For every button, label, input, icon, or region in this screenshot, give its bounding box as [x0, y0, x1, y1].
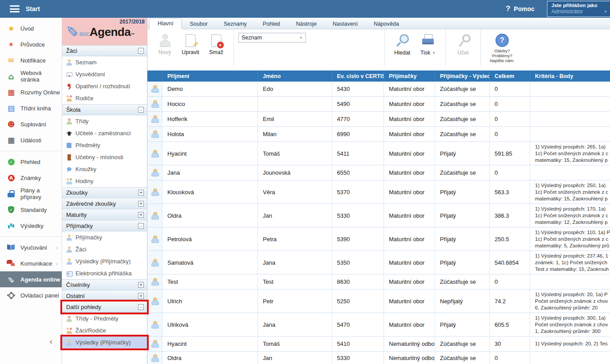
sidebar-item[interactable]: Vyučování ›	[0, 239, 62, 255]
tree-row[interactable]: Další pohledy -	[62, 301, 147, 313]
table-row[interactable]: Oldra Jan 5330 Nematuritný odbor Zúčastň…	[147, 352, 610, 364]
delete-button[interactable]: Smaž	[203, 32, 229, 55]
sidebar-collapse-button[interactable]: ‹	[50, 337, 52, 346]
table-row[interactable]: Samatová Jana 5350 Maturitní obor Přijat…	[147, 251, 610, 274]
column-header[interactable]: Přijímačky	[384, 70, 435, 82]
expand-collapse-box[interactable]: -	[138, 107, 144, 113]
tree-row[interactable]: Hodiny	[62, 175, 147, 187]
tree-row[interactable]: Třídy	[62, 115, 147, 127]
table-row[interactable]: Test Test 8630 Maturitní obor Zúčastňuje…	[147, 274, 610, 290]
tree-row[interactable]: Přijímačky	[62, 231, 147, 243]
tree-row[interactable]: Kroužky	[62, 163, 147, 175]
start-menu-button[interactable]: Start	[26, 5, 40, 12]
sidebar-item[interactable]: Komunikace ›	[0, 255, 62, 271]
menu-tab[interactable]: Soubor	[182, 19, 215, 29]
tree-row[interactable]: Třídy - Předměty	[62, 313, 147, 325]
chevron-down-icon: ▼	[604, 10, 607, 14]
tree-row[interactable]: Maturity +	[62, 209, 147, 220]
menu-tab[interactable]: Hlavní	[149, 18, 182, 29]
expand-collapse-box[interactable]: -	[138, 304, 144, 310]
table-row[interactable]: Hyacint Tomáš 5410 Nematuritný odbor Zúč…	[147, 337, 610, 352]
menu-tab[interactable]: Nástroje	[288, 19, 325, 29]
cell-exam-type: Maturitní obor	[384, 165, 435, 180]
view-select-combo[interactable]: Seznam ▼	[238, 33, 306, 43]
table-row[interactable]: Demo Edo 5430 Maturitní obor Zúčastňuje …	[147, 82, 610, 97]
sidebar-item[interactable]: Průvodce	[0, 36, 62, 52]
sidebar-item[interactable]: Úvod	[0, 20, 62, 36]
tree-row[interactable]: Ostatní +	[62, 290, 147, 301]
menu-tab[interactable]: Seznamy	[216, 19, 255, 29]
new-button[interactable]: Nový	[152, 32, 178, 55]
tree-row[interactable]: Žáci/Rodiče	[62, 325, 147, 337]
table-row[interactable]: Ulrich Petr 5250 Maturitní obor Nepřijat…	[147, 290, 610, 313]
expand-collapse-box[interactable]: +	[138, 201, 144, 207]
sidebar-item[interactable]: Třídní kniha	[0, 100, 62, 116]
table-row[interactable]: Petrolová Petra 5390 Maturitní obor Přij…	[147, 227, 610, 251]
tree-row[interactable]: Učebny - místnosti	[62, 151, 147, 163]
column-header[interactable]: Přijímačky - Výsled	[435, 70, 489, 82]
table-row[interactable]: Hyacint Tomáš 5411 Maturitní obor Přijat…	[147, 142, 610, 165]
menu-tab[interactable]: Pohled	[255, 19, 288, 29]
table-row[interactable]: Hocico 5490 Maturitní obor Zúčastňuje se…	[147, 97, 610, 112]
column-header[interactable]: Jméno	[257, 70, 332, 82]
tree-row[interactable]: Učitelé - zaměstnanci	[62, 127, 147, 139]
tree-row[interactable]: Číselníky +	[62, 279, 147, 290]
sidebar-item[interactable]: Suplování	[0, 116, 62, 132]
tree-row[interactable]: Opatření / rozhodnutí	[62, 80, 147, 92]
tree-row[interactable]: Elektronická přihláška	[62, 267, 147, 279]
menu-tab[interactable]: Nápověda	[366, 19, 407, 29]
account-button[interactable]: Účet	[450, 32, 476, 56]
help-button[interactable]: Pomoc	[514, 5, 535, 12]
table-row[interactable]: Ulriková Jana 5470 Maturitní obor Přijat…	[147, 313, 610, 337]
sidebar-item[interactable]: Notifikace	[0, 52, 62, 68]
sidebar-item[interactable]: Rozvrhy Online	[0, 84, 62, 100]
sidebar-item[interactable]: Výsledky	[0, 218, 62, 234]
table-row[interactable]: Klousková Věra 5370 Maturitní obor Přija…	[147, 180, 610, 204]
contact-support-button[interactable]: ? Otázky? Problémy? Napište nám.	[485, 32, 519, 63]
tree-row[interactable]: Výsledky (Přijímačky)	[62, 337, 147, 348]
column-header[interactable]: Příjmení	[162, 70, 257, 82]
tree-row[interactable]: Zkoušky +	[62, 187, 147, 198]
table-row[interactable]: Jana Jounovská 6550 Maturitní obor Zúčas…	[147, 165, 610, 180]
tree-row[interactable]: Rodiče	[62, 92, 147, 104]
column-header[interactable]: Ev. cislo v CERTIS	[332, 70, 384, 82]
expand-collapse-box[interactable]: -	[138, 223, 144, 229]
tree-row[interactable]: Seznam	[62, 56, 147, 68]
edit-button[interactable]: Upravit	[178, 32, 203, 55]
table-row[interactable]: Hofferík Emil 4770 Maturitní obor Zúčast…	[147, 112, 610, 127]
expand-collapse-box[interactable]: +	[138, 190, 144, 196]
sidebar-item[interactable]: Standardy	[0, 202, 62, 218]
menu-tab[interactable]: Nastavení	[325, 19, 365, 29]
sidebar-item[interactable]: Ovládací panel	[0, 287, 62, 303]
sidebar-item[interactable]: Plány a přípravy	[0, 186, 62, 202]
sidebar-item[interactable]: Události	[0, 132, 62, 148]
tree-row[interactable]: Žáci -	[62, 45, 147, 56]
row-icon-cell	[147, 142, 162, 165]
tree-row[interactable]: Závěrečné zkoušky +	[62, 198, 147, 209]
search-button[interactable]: Hledat	[389, 32, 415, 56]
hamburger-menu-icon[interactable]	[10, 5, 20, 12]
tree-row[interactable]: Škola -	[62, 104, 147, 115]
table-row[interactable]: Oldra Jan 5330 Maturitní obor Přijatý 38…	[147, 204, 610, 227]
tree-row[interactable]: Přijímačky -	[62, 220, 147, 231]
row-icon-cell	[147, 290, 162, 313]
expand-collapse-box[interactable]: +	[138, 282, 144, 288]
expand-collapse-box[interactable]: +	[138, 212, 144, 218]
tree-row[interactable]: Předměty	[62, 139, 147, 151]
column-header[interactable]: Celkem	[489, 70, 530, 82]
logged-in-user-dropdown[interactable]: Jste přihlášen jako Administrátor ▼	[547, 1, 610, 17]
tree-row[interactable]: Výsledky (Přijímačky)	[62, 255, 147, 267]
sidebar-item[interactable]: Přehled	[0, 154, 62, 170]
help-question-icon[interactable]: ?	[506, 4, 510, 13]
row-icon-cell	[147, 337, 162, 351]
table-row[interactable]: Holota Milan 6990 Maturitní obor Zúčastň…	[147, 127, 610, 142]
tree-row[interactable]: Vysvědčení	[62, 68, 147, 80]
print-button[interactable]: Tisk ▼	[415, 32, 441, 56]
expand-collapse-box[interactable]: +	[138, 293, 144, 299]
tree-row[interactable]: Žáci	[62, 243, 147, 255]
sidebar-item[interactable]: Agenda online	[0, 271, 62, 287]
sidebar-item[interactable]: Známky	[0, 170, 62, 186]
sidebar-item[interactable]: Webová stránka	[0, 68, 62, 84]
expand-collapse-box[interactable]: -	[138, 48, 144, 54]
column-header[interactable]: Kritéria - Body	[530, 70, 610, 82]
